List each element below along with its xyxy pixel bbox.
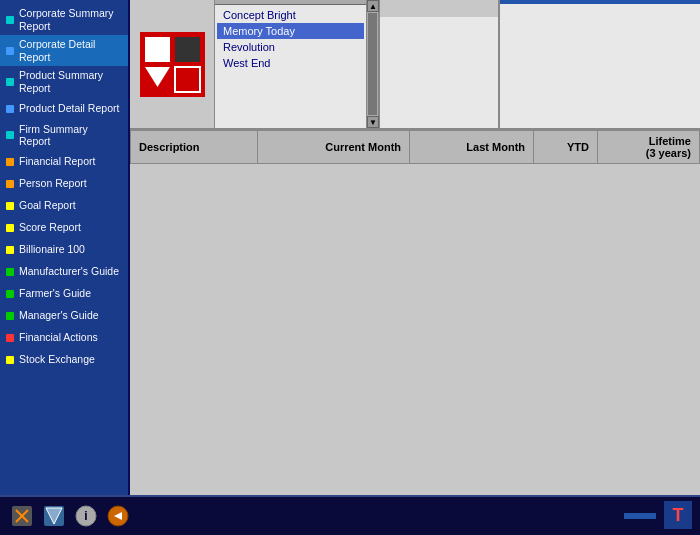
scroll-down-btn[interactable]: ▼ (367, 116, 379, 128)
sidebar-label-13: Financial Actions (19, 331, 98, 344)
sidebar-bullet-11 (6, 290, 14, 298)
sidebar-label-10: Manufacturer's Guide (19, 265, 119, 278)
sidebar-bullet-13 (6, 334, 14, 342)
sidebar-bullet-0 (6, 16, 14, 24)
sidebar: Corporate Summary ReportCorporate Detail… (0, 0, 130, 495)
table-header-row: Description Current Month Last Month YTD… (131, 131, 700, 164)
sidebar-item-8[interactable]: Score Report (0, 217, 128, 239)
sidebar-item-10[interactable]: Manufacturer's Guide (0, 261, 128, 283)
sidebar-bullet-1 (6, 47, 14, 55)
col-current-month: Current Month (258, 131, 410, 164)
sidebar-item-14[interactable]: Stock Exchange (0, 349, 128, 371)
sidebar-bullet-2 (6, 78, 14, 86)
sidebar-label-9: Billionaire 100 (19, 243, 85, 256)
svg-rect-4 (175, 67, 200, 92)
sidebar-item-9[interactable]: Billionaire 100 (0, 239, 128, 261)
svg-text:T: T (673, 505, 684, 525)
scroll-thumb[interactable] (368, 13, 377, 115)
sidebar-label-4: Firm Summary Report (19, 123, 122, 148)
product-item-3[interactable]: West End (217, 55, 364, 71)
sidebar-bullet-7 (6, 202, 14, 210)
company-logo (140, 32, 205, 97)
sidebar-bullet-6 (6, 180, 14, 188)
content-area: Corporate Summary ReportCorporate Detail… (0, 0, 700, 495)
products-scrollbar[interactable]: ▲ ▼ (366, 0, 378, 128)
sidebar-bullet-14 (6, 356, 14, 364)
info-icon[interactable]: i (72, 502, 100, 530)
sidebar-bullet-10 (6, 268, 14, 276)
sidebar-item-2[interactable]: Product Summary Report (0, 66, 128, 97)
col-ytd: YTD (534, 131, 598, 164)
sidebar-item-6[interactable]: Person Report (0, 173, 128, 195)
income-table: Description Current Month Last Month YTD… (130, 130, 700, 164)
tools-icon[interactable] (8, 502, 36, 530)
sidebar-label-7: Goal Report (19, 199, 76, 212)
map-icon[interactable] (40, 502, 68, 530)
svg-rect-1 (145, 37, 170, 62)
col-lifetime: Lifetime(3 years) (597, 131, 699, 164)
sidebar-item-0[interactable]: Corporate Summary Report (0, 4, 128, 35)
sidebar-bullet-8 (6, 224, 14, 232)
product-item-1[interactable]: Memory Today (217, 23, 364, 39)
table-area: Description Current Month Last Month YTD… (130, 130, 700, 495)
scroll-up-btn[interactable]: ▲ (367, 0, 379, 12)
products-list: Concept BrightMemory TodayRevolutionWest… (215, 5, 366, 128)
sidebar-item-4[interactable]: Firm Summary Report (0, 120, 128, 151)
sidebar-item-11[interactable]: Farmer's Guide (0, 283, 128, 305)
logo-area (130, 0, 215, 128)
top-panel: Concept BrightMemory TodayRevolutionWest… (130, 0, 700, 130)
product-item-0[interactable]: Concept Bright (217, 7, 364, 23)
sidebar-item-12[interactable]: Manager's Guide (0, 305, 128, 327)
sidebar-label-14: Stock Exchange (19, 353, 95, 366)
sidebar-label-3: Product Detail Report (19, 102, 119, 115)
sidebar-item-5[interactable]: Financial Report (0, 151, 128, 173)
report-area: Concept BrightMemory TodayRevolutionWest… (130, 0, 700, 495)
sidebar-bullet-9 (6, 246, 14, 254)
nav-list (380, 17, 498, 128)
sidebar-item-7[interactable]: Goal Report (0, 195, 128, 217)
product-item-2[interactable]: Revolution (217, 39, 364, 55)
col-description: Description (131, 131, 258, 164)
sidebar-label-12: Manager's Guide (19, 309, 99, 322)
sidebar-label-8: Score Report (19, 221, 81, 234)
sidebar-label-5: Financial Report (19, 155, 95, 168)
svg-rect-2 (175, 37, 200, 62)
main-container: Corporate Summary ReportCorporate Detail… (0, 0, 700, 535)
back-icon[interactable] (104, 502, 132, 530)
sidebar-label-2: Product Summary Report (19, 69, 122, 94)
status-bar: i T (0, 495, 700, 535)
right-panel (500, 0, 700, 128)
sidebar-bullet-4 (6, 131, 14, 139)
sidebar-label-0: Corporate Summary Report (19, 7, 122, 32)
logo-t: T (664, 501, 692, 531)
status-icons: i (8, 502, 132, 530)
sidebar-label-6: Person Report (19, 177, 87, 190)
sidebar-label-11: Farmer's Guide (19, 287, 91, 300)
sidebar-item-13[interactable]: Financial Actions (0, 327, 128, 349)
date-display (624, 513, 656, 519)
svg-text:i: i (84, 509, 87, 523)
products-panel: Concept BrightMemory TodayRevolutionWest… (215, 0, 380, 128)
sidebar-label-1: Corporate Detail Report (19, 38, 122, 63)
sidebar-item-1[interactable]: Corporate Detail Report (0, 35, 128, 66)
sidebar-item-3[interactable]: Product Detail Report (0, 98, 128, 120)
col-last-month: Last Month (410, 131, 534, 164)
sidebar-bullet-3 (6, 105, 14, 113)
sidebar-bullet-12 (6, 312, 14, 320)
sidebar-bullet-5 (6, 158, 14, 166)
right-panel-list (500, 4, 700, 128)
nav-panel: Nav (380, 0, 500, 128)
